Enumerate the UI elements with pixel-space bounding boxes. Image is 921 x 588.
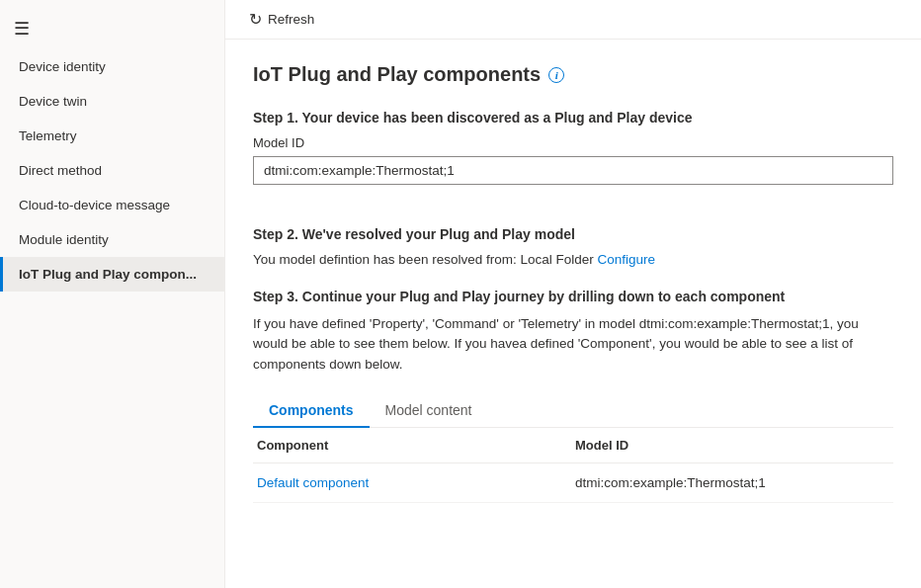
main-content: ↻ Refresh IoT Plug and Play components i… (225, 0, 921, 588)
sidebar-item-direct-method[interactable]: Direct method (0, 153, 224, 188)
col-header-model-id: Model ID (575, 438, 893, 453)
tab-model-content[interactable]: Model content (370, 392, 488, 428)
sidebar-item-label: Direct method (19, 163, 102, 178)
page-title-text: IoT Plug and Play components (253, 63, 541, 86)
sidebar-item-label: Device identity (19, 59, 106, 74)
sidebar: ☰ Device identity Device twin Telemetry … (0, 0, 225, 588)
sidebar-item-label: Device twin (19, 94, 87, 109)
step1-heading: Step 1. Your device has been discovered … (253, 110, 893, 126)
model-id-label: Model ID (253, 135, 893, 150)
sidebar-item-cloud-to-device[interactable]: Cloud-to-device message (0, 188, 224, 222)
tabs-container: Components Model content (253, 392, 893, 428)
refresh-label: Refresh (268, 12, 314, 27)
hamburger-icon[interactable]: ☰ (0, 8, 224, 49)
step2-section: Step 2. We've resolved your Plug and Pla… (253, 226, 893, 267)
sidebar-item-label: Telemetry (19, 128, 77, 143)
sidebar-item-label: IoT Plug and Play compon... (19, 267, 197, 282)
sidebar-item-telemetry[interactable]: Telemetry (0, 119, 224, 153)
resolved-text: You model defintion has been resolved fr… (253, 252, 893, 267)
step3-section: Step 3. Continue your Plug and Play jour… (253, 289, 893, 503)
configure-link[interactable]: Configure (597, 252, 655, 267)
refresh-button[interactable]: ↻ Refresh (241, 6, 322, 33)
step1-section: Step 1. Your device has been discovered … (253, 110, 893, 205)
info-icon[interactable]: i (548, 67, 564, 83)
component-cell: Default component (253, 475, 575, 490)
sidebar-item-module-identity[interactable]: Module identity (0, 222, 224, 257)
tab-components[interactable]: Components (253, 392, 370, 428)
sidebar-item-device-identity[interactable]: Device identity (0, 49, 224, 84)
components-table: Component Model ID Default component dtm… (253, 428, 893, 503)
sidebar-item-label: Cloud-to-device message (19, 198, 170, 212)
table-row: Default component dtmi:com:example:Therm… (253, 463, 893, 503)
sidebar-item-iot-plug-play[interactable]: IoT Plug and Play compon... (0, 257, 224, 292)
refresh-icon: ↻ (249, 10, 262, 29)
step3-description: If you have defined 'Property', 'Command… (253, 314, 893, 375)
step2-heading: Step 2. We've resolved your Plug and Pla… (253, 226, 893, 242)
model-id-cell: dtmi:com:example:Thermostat;1 (575, 475, 893, 490)
page-title: IoT Plug and Play components i (253, 63, 893, 86)
table-header: Component Model ID (253, 428, 893, 463)
sidebar-item-label: Module identity (19, 232, 109, 247)
sidebar-item-device-twin[interactable]: Device twin (0, 84, 224, 119)
content-area: IoT Plug and Play components i Step 1. Y… (225, 40, 921, 588)
resolved-from-text: You model defintion has been resolved fr… (253, 252, 594, 267)
col-header-component: Component (253, 438, 575, 453)
step3-heading: Step 3. Continue your Plug and Play jour… (253, 289, 893, 304)
model-id-input[interactable] (253, 156, 893, 185)
default-component-link[interactable]: Default component (257, 475, 369, 490)
toolbar: ↻ Refresh (225, 0, 921, 40)
